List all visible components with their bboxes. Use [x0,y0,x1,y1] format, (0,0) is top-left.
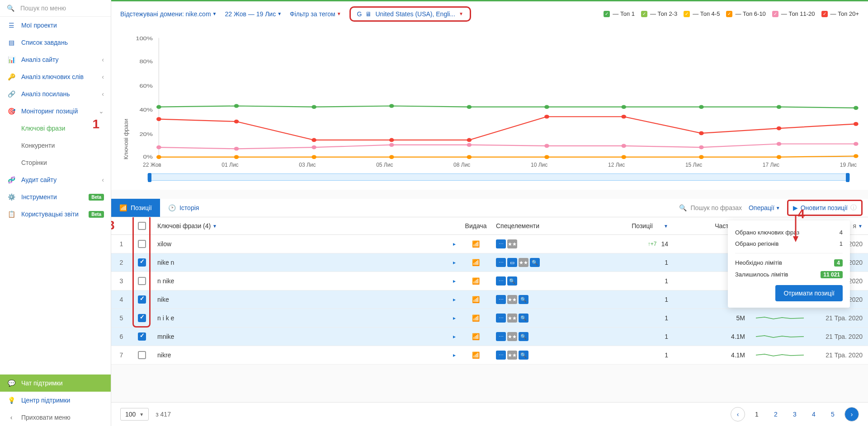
filter-tag[interactable]: Фільтр за тегом▼ [290,10,341,18]
row-serp[interactable]: 📶 [461,235,491,253]
row-serp[interactable]: 📶 [461,272,491,290]
sidebar-item-hide[interactable]: ‹ Приховати меню [0,409,111,426]
sidebar-item-help[interactable]: 💡 Центр підтримки [0,392,111,409]
th-checkbox[interactable] [132,217,152,234]
row-keyword[interactable]: n nike▸ [152,272,461,290]
row-serp[interactable]: 📶 [461,346,491,364]
tab-positions[interactable]: 📶 Позиції [111,199,160,217]
per-page-select[interactable]: 100▼ [120,408,149,421]
filter-region[interactable]: G 🖥 United States (USA), Engli... ▼ 2 [349,6,471,22]
row-keyword[interactable]: n i k e▸ [152,309,461,327]
row-serp[interactable]: 📶 [461,290,491,309]
legend-top20p[interactable]: ✓— Топ 20+ [821,10,859,17]
operations-dropdown[interactable]: Операції▼ [749,204,780,211]
page-next[interactable]: › [844,407,859,421]
tab-history[interactable]: 🕑 Історія [160,199,207,217]
row-position: ↑+714 [604,235,674,253]
sidebar-item-projects[interactable]: ☰ Мої проекти [0,17,111,34]
chevron-down-icon: ⌄ [99,108,104,115]
sidebar-item-keyword-analysis[interactable]: 🔑 Аналіз ключових слів ‹ [0,68,111,85]
sidebar-item-audit[interactable]: 🧬 Аудит сайту ‹ [0,171,111,188]
phrase-search[interactable]: 🔍 Пошук по фразах [679,204,742,211]
row-position: 1 [604,253,674,272]
page-4[interactable]: 4 [807,407,821,421]
row-keyword[interactable]: nikre▸ [152,346,461,364]
svg-point-45 [699,155,704,159]
sidebar-item-custom-reports[interactable]: 📋 Користувацькі звіти Beta [0,206,111,223]
row-serp[interactable]: 📶 [461,309,491,327]
th-serp[interactable]: Видача [461,217,491,234]
sidebar-item-tools[interactable]: ⚙️ Інструменти Beta [0,188,111,206]
row-checkbox[interactable] [132,346,152,364]
expand-icon[interactable]: ▸ [453,296,456,303]
filter-date-range[interactable]: 22 Жов — 19 Лис▼ [225,10,282,18]
row-number: 2 [111,253,132,272]
page-2[interactable]: 2 [769,407,783,421]
expand-icon[interactable]: ▸ [453,333,456,340]
sidebar-item-site-analysis[interactable]: 📊 Аналіз сайту ‹ [0,51,111,68]
page-prev[interactable]: ‹ [731,407,745,421]
bulb-icon: 💡 [7,397,16,404]
checkbox-all[interactable] [138,222,146,230]
expand-icon[interactable]: ▸ [453,315,456,321]
expand-icon[interactable]: ▸ [453,241,456,247]
expand-icon[interactable]: ▸ [453,352,456,358]
annotation-3: 3 [111,218,115,233]
legend-top23[interactable]: ✓— Топ 2-3 [641,10,677,17]
row-keyword[interactable]: xilow▸ [152,235,461,253]
row-keyword[interactable]: mnike▸ [152,328,461,346]
get-positions-button[interactable]: Отримати позиції [775,285,843,301]
sidebar-search[interactable]: 🔍 Пошук по меню [0,0,111,17]
row-checkbox[interactable] [132,290,152,309]
svg-text:60%: 60% [139,83,153,89]
chart-scrubber[interactable] [147,173,850,181]
legend-top1[interactable]: ✓— Топ 1 [604,10,635,17]
expand-icon[interactable]: ▸ [453,259,456,266]
table-row[interactable]: 5n i k e▸📶⋯★★🔍15M21 Тра. 2020 [111,309,868,328]
beta-badge: Beta [89,211,104,218]
th-positions[interactable]: Позиції ▼ [604,217,674,234]
row-serp[interactable]: 📶 [461,328,491,346]
scrub-handle-left[interactable] [148,173,151,182]
svg-point-36 [777,142,782,146]
scrub-handle-right[interactable] [846,173,849,182]
line-chart[interactable]: 100% 80% 60% 40% 20% 0% [132,33,859,159]
row-checkbox[interactable] [132,309,152,327]
legend-top610[interactable]: ✓— Топ 6-10 [726,10,765,17]
table-row[interactable]: 7nikre▸📶⋯★★🔍14.1M21 Тра. 2020 [111,346,868,365]
svg-point-21 [389,138,394,142]
th-special[interactable]: Спецелементи [491,217,604,234]
svg-point-22 [467,138,472,142]
svg-point-41 [389,155,394,159]
th-keywords[interactable]: Ключові фрази (4) ▼ [152,217,461,234]
expand-icon[interactable]: ▸ [453,278,456,284]
menu-icon: ☰ [7,22,16,29]
row-frequency: 5M [674,309,750,327]
sidebar-item-tasks[interactable]: ▤ Список завдань [0,34,111,51]
row-serp[interactable]: 📶 [461,253,491,272]
sidebar-item-chat[interactable]: 💬 Чат підтримки [0,375,111,392]
row-checkbox[interactable] [132,253,152,272]
search-placeholder: Пошук по меню [20,5,66,12]
row-checkbox[interactable] [132,272,152,290]
row-checkbox[interactable] [132,235,152,253]
chevron-left-icon: ‹ [102,56,104,63]
svg-point-38 [156,155,161,159]
page-5[interactable]: 5 [826,407,840,421]
row-keyword[interactable]: nike n▸ [152,253,461,272]
row-checkbox[interactable] [132,328,152,346]
sidebar-sub-pages[interactable]: Сторінки [0,154,111,171]
page-1[interactable]: 1 [750,407,764,421]
svg-point-47 [854,154,859,158]
page-3[interactable]: 3 [788,407,802,421]
gear-icon: ⚙️ [7,193,16,201]
sidebar-item-link-analysis[interactable]: 🔗 Аналіз посилань ‹ [0,85,111,103]
svg-point-20 [311,138,316,142]
sidebar-sub-competitors[interactable]: Конкуренти [0,137,111,154]
sidebar-sub-keyphrases[interactable]: Ключові фрази 1 [0,120,111,137]
row-keyword[interactable]: nike▸ [152,290,461,309]
filter-domains[interactable]: Відстежувані домени: nike.com▼ [120,10,217,18]
legend-top45[interactable]: ✓— Топ 4-5 [684,10,720,17]
table-row[interactable]: 6mnike▸📶⋯★★🔍14.1M21 Тра. 2020 [111,328,868,346]
legend-top1120[interactable]: ✓— Топ 11-20 [772,10,815,17]
